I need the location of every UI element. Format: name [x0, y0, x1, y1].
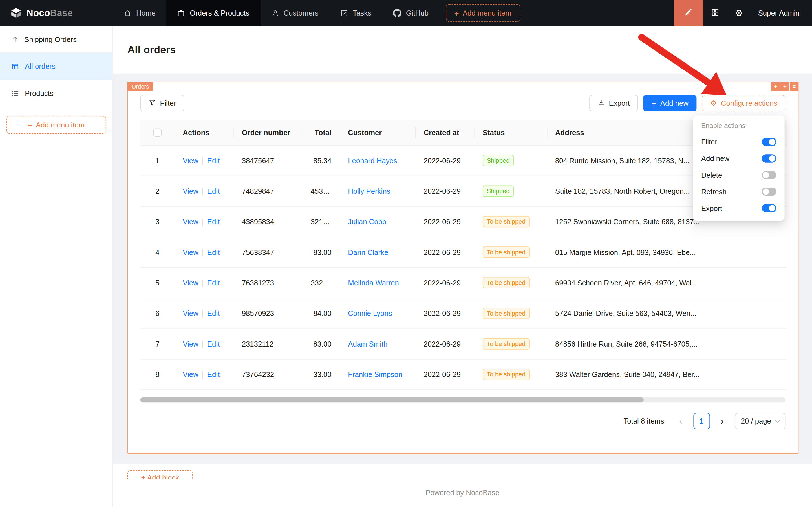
- dropdown-item-delete[interactable]: Delete: [696, 167, 781, 183]
- view-link[interactable]: View: [183, 248, 198, 256]
- sidebar-item-label: All orders: [25, 62, 56, 70]
- configure-actions-button[interactable]: ⚙ Configure actions: [702, 95, 786, 111]
- status-cell: To be shipped: [474, 237, 547, 268]
- refresh-toggle[interactable]: [762, 187, 776, 196]
- page-1-button[interactable]: 1: [693, 413, 710, 430]
- edit-link[interactable]: Edit: [207, 371, 220, 379]
- view-link[interactable]: View: [183, 279, 198, 287]
- nav-item-tasks[interactable]: Tasks: [330, 0, 382, 26]
- row-actions: ViewEdit: [175, 237, 233, 268]
- sidebar-item-products[interactable]: Products: [0, 80, 113, 107]
- dropdown-header: Enable actions: [696, 120, 781, 134]
- list-icon: [11, 90, 19, 97]
- sidebar-item-shipping-orders[interactable]: Shipping Orders: [0, 26, 113, 53]
- view-link[interactable]: View: [183, 371, 198, 379]
- address-cell: 5724 Daniel Drive, Suite 563, 54403, Wen…: [547, 298, 787, 329]
- dropdown-item-export[interactable]: Export: [696, 200, 781, 217]
- customer-link[interactable]: Frankie Simpson: [348, 371, 402, 379]
- block-menu-icon[interactable]: ≡: [790, 82, 799, 91]
- prev-page-button[interactable]: ‹: [673, 413, 689, 430]
- plus-icon: +: [141, 473, 146, 479]
- order-number-cell: 73764232: [233, 359, 302, 390]
- order-number-cell: 23132112: [233, 329, 302, 359]
- horizontal-scrollbar[interactable]: [140, 397, 786, 402]
- settings-button[interactable]: ⚙: [727, 0, 751, 26]
- status-cell: To be shipped: [474, 359, 547, 390]
- view-link[interactable]: View: [183, 218, 198, 226]
- status-cell: Shipped: [474, 176, 547, 207]
- view-link[interactable]: View: [183, 340, 198, 348]
- page-content: Orders + + ≡ Filter: [113, 73, 812, 507]
- page-size-select[interactable]: 20 / page: [735, 413, 786, 430]
- table-row: 1 ViewEdit 38475647 85.34 Leonard Hayes …: [140, 146, 787, 176]
- filter-button[interactable]: Filter: [140, 95, 184, 111]
- next-page-button[interactable]: ›: [714, 413, 731, 430]
- sidebar-add-menu-item-button[interactable]: + Add menu item: [6, 116, 106, 133]
- table-header: Actions Order number Total Customer Crea…: [140, 120, 787, 145]
- sidebar-item-all-orders[interactable]: All orders: [0, 53, 113, 80]
- edit-link[interactable]: Edit: [207, 340, 220, 348]
- customer-link[interactable]: Leonard Hayes: [348, 157, 397, 165]
- nocobase-logo[interactable]: NocoBase: [0, 0, 113, 26]
- add-column-icon[interactable]: +: [771, 82, 780, 91]
- status-badge: To be shipped: [483, 216, 530, 227]
- table-row: 6 ViewEdit 98570923 84.00 Connie Lyons 2…: [140, 298, 787, 329]
- customer-link[interactable]: Melinda Warren: [348, 279, 399, 287]
- nav-item-orders-products[interactable]: Orders & Products: [166, 0, 260, 26]
- view-link[interactable]: View: [183, 187, 198, 195]
- user-menu[interactable]: Super Admin: [751, 9, 812, 17]
- configure-actions-label: Configure actions: [721, 99, 777, 107]
- export-toggle[interactable]: [762, 204, 776, 212]
- add-new-toggle[interactable]: [762, 154, 776, 162]
- navbar-add-menu-item-button[interactable]: + Add menu item: [446, 4, 520, 22]
- export-button-label: Export: [609, 99, 630, 107]
- orders-icon: [177, 9, 185, 17]
- edit-link[interactable]: Edit: [207, 309, 220, 318]
- nocobase-logo-icon: [10, 7, 22, 19]
- dropdown-item-filter[interactable]: Filter: [696, 134, 781, 150]
- nav-item-github[interactable]: GitHub: [382, 0, 440, 26]
- nav-item-customers[interactable]: Customers: [260, 0, 330, 26]
- status-badge: To be shipped: [483, 338, 530, 350]
- main-nav: Home Orders & Products Customers Tasks: [113, 0, 439, 26]
- select-all-checkbox[interactable]: [153, 128, 162, 137]
- row-index: 2: [140, 176, 175, 207]
- export-button[interactable]: Export: [589, 95, 638, 111]
- view-link[interactable]: View: [183, 309, 198, 318]
- customer-link[interactable]: Holly Perkins: [348, 187, 390, 195]
- dropdown-item-add-new[interactable]: Add new: [696, 150, 781, 167]
- export-icon: [597, 99, 605, 107]
- customer-cell: Leonard Hayes: [340, 146, 415, 176]
- logo-primary: Noco: [26, 8, 50, 18]
- add-block-button[interactable]: + Add block: [127, 470, 192, 479]
- row-index: 1: [140, 146, 175, 176]
- customer-link[interactable]: Darin Clarke: [348, 248, 388, 256]
- customer-link[interactable]: Connie Lyons: [348, 309, 392, 318]
- delete-toggle[interactable]: [762, 171, 776, 179]
- row-index: 4: [140, 237, 175, 268]
- table-icon: [11, 62, 19, 70]
- created-at-cell: 2022-06-29: [415, 207, 474, 237]
- address-cell: 69934 Schoen River, Apt. 646, 49704, Wal…: [547, 268, 787, 298]
- add-action-icon[interactable]: +: [780, 82, 789, 91]
- customer-cell: Adam Smith: [340, 329, 415, 359]
- view-link[interactable]: View: [183, 157, 198, 165]
- edit-link[interactable]: Edit: [207, 187, 220, 195]
- edit-link[interactable]: Edit: [207, 248, 220, 256]
- scrollbar-thumb[interactable]: [140, 397, 644, 402]
- add-new-button[interactable]: + Add new: [643, 95, 697, 111]
- customer-link[interactable]: Adam Smith: [348, 340, 387, 348]
- dropdown-item-refresh[interactable]: Refresh: [696, 183, 781, 200]
- edit-link[interactable]: Edit: [207, 279, 220, 287]
- sidebar-add-menu-item-label: Add menu item: [36, 121, 84, 129]
- status-cell: To be shipped: [474, 329, 547, 359]
- edit-link[interactable]: Edit: [207, 157, 220, 165]
- nav-item-home[interactable]: Home: [113, 0, 166, 26]
- ui-editor-button[interactable]: [674, 0, 703, 26]
- plugin-manager-button[interactable]: [703, 0, 727, 26]
- nav-item-label: Customers: [284, 9, 318, 17]
- edit-link[interactable]: Edit: [207, 218, 220, 226]
- customer-link[interactable]: Julian Cobb: [348, 218, 386, 226]
- total-cell: 33.00: [302, 359, 340, 390]
- filter-toggle[interactable]: [762, 138, 776, 146]
